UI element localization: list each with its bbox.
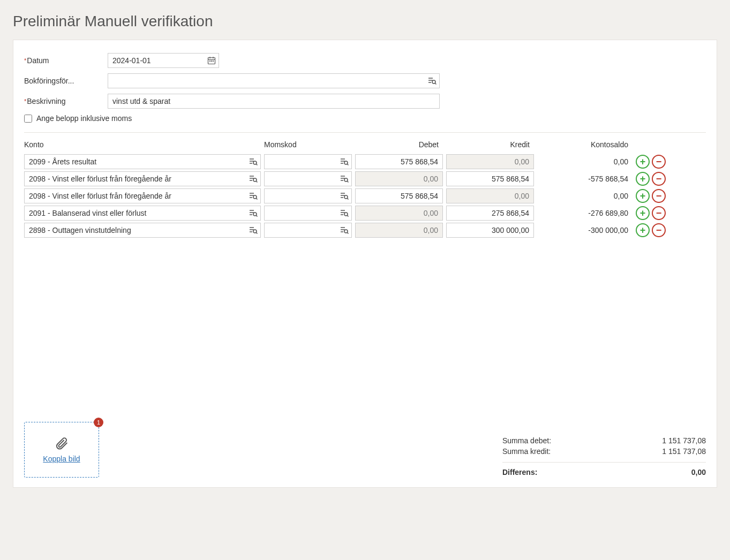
svg-point-50 <box>344 213 348 216</box>
include-vat-label: Ange belopp inklusive moms <box>36 114 132 123</box>
search-list-icon[interactable] <box>249 209 258 217</box>
svg-point-60 <box>344 230 348 233</box>
verification-card: Datum Bokföringsför... Beskrivning Ange … <box>13 40 717 488</box>
add-row-button[interactable]: + <box>636 155 650 169</box>
kontosaldo-value: 0,00 <box>537 157 630 166</box>
kontosaldo-value: 0,00 <box>537 192 630 200</box>
sum-kredit-value: 1 151 737,08 <box>662 447 706 456</box>
svg-line-46 <box>256 215 257 216</box>
search-list-icon[interactable] <box>340 192 349 200</box>
kredit-input[interactable] <box>446 171 534 186</box>
svg-point-35 <box>253 195 257 199</box>
konto-input[interactable] <box>24 206 261 221</box>
debet-input[interactable] <box>355 154 443 169</box>
svg-line-31 <box>347 181 348 182</box>
search-list-icon[interactable] <box>340 158 349 165</box>
include-vat-checkbox[interactable] <box>24 115 32 123</box>
svg-point-15 <box>253 161 257 164</box>
remove-row-button[interactable]: − <box>652 223 666 237</box>
svg-point-40 <box>344 195 348 199</box>
kontosaldo-value: -276 689,80 <box>537 209 630 217</box>
grid-header: Konto Momskod Debet Kredit Kontosaldo <box>24 140 706 154</box>
svg-point-10 <box>432 80 435 84</box>
description-input[interactable] <box>108 94 440 109</box>
description-label: Beskrivning <box>24 97 108 105</box>
date-input[interactable] <box>108 53 219 68</box>
add-row-button[interactable]: + <box>636 223 650 237</box>
remove-row-button[interactable]: − <box>652 155 666 169</box>
remove-row-button[interactable]: − <box>652 172 666 186</box>
th-kredit: Kredit <box>446 140 534 149</box>
search-list-icon[interactable] <box>249 158 258 165</box>
konto-input[interactable] <box>24 188 261 203</box>
search-list-icon[interactable] <box>249 226 258 234</box>
svg-rect-6 <box>213 60 214 62</box>
konto-input[interactable] <box>24 223 261 238</box>
svg-line-16 <box>256 164 257 165</box>
svg-line-26 <box>256 181 257 182</box>
grid-body: 0,00+−-575 868,54+−0,00+−-276 689,80+−-3… <box>24 154 706 238</box>
search-list-icon[interactable] <box>249 175 258 183</box>
diff-label: Differens: <box>502 468 537 476</box>
momskod-input[interactable] <box>264 188 352 203</box>
debet-input[interactable] <box>355 223 443 238</box>
kredit-input[interactable] <box>446 188 534 203</box>
kredit-input[interactable] <box>446 206 534 221</box>
add-row-button[interactable]: + <box>636 172 650 186</box>
debet-input[interactable] <box>355 171 443 186</box>
th-momskod: Momskod <box>264 140 352 149</box>
date-label: Datum <box>24 56 108 65</box>
add-row-button[interactable]: + <box>636 206 650 220</box>
debet-input[interactable] <box>355 188 443 203</box>
search-list-icon[interactable] <box>249 192 258 200</box>
search-list-icon[interactable] <box>340 209 349 217</box>
momskod-input[interactable] <box>264 206 352 221</box>
svg-point-20 <box>344 161 348 164</box>
momskod-input[interactable] <box>264 223 352 238</box>
calendar-icon[interactable] <box>207 56 216 65</box>
svg-line-11 <box>435 83 436 84</box>
svg-line-21 <box>347 164 348 165</box>
bookkeeping-order-label: Bokföringsför... <box>24 77 108 85</box>
remove-row-button[interactable]: − <box>652 189 666 203</box>
svg-point-45 <box>253 213 257 216</box>
paperclip-icon <box>55 436 69 450</box>
kontosaldo-value: -300 000,00 <box>537 226 630 234</box>
svg-point-55 <box>253 230 257 233</box>
svg-point-25 <box>253 178 257 181</box>
momskod-input[interactable] <box>264 171 352 186</box>
divider <box>24 132 706 133</box>
table-row: -575 868,54+− <box>24 171 706 186</box>
kontosaldo-value: -575 868,54 <box>537 175 630 183</box>
svg-rect-4 <box>209 60 210 62</box>
kredit-input[interactable] <box>446 154 534 169</box>
kredit-input[interactable] <box>446 223 534 238</box>
table-row: -276 689,80+− <box>24 206 706 221</box>
svg-point-30 <box>344 178 348 181</box>
page-title: Preliminär Manuell verifikation <box>0 0 730 40</box>
totals: Summa debet: 1 151 737,08 Summa kredit: … <box>502 435 706 478</box>
search-list-icon[interactable] <box>428 77 437 85</box>
sum-debet-value: 1 151 737,08 <box>662 436 706 445</box>
bookkeeping-order-input[interactable] <box>108 73 440 88</box>
attach-link[interactable]: Koppla bild <box>43 455 80 463</box>
debet-input[interactable] <box>355 206 443 221</box>
sum-debet-label: Summa debet: <box>502 436 551 445</box>
svg-line-41 <box>347 198 348 199</box>
konto-input[interactable] <box>24 154 261 169</box>
th-kontosaldo: Kontosaldo <box>537 140 630 149</box>
svg-line-56 <box>256 232 257 233</box>
table-row: 0,00+− <box>24 188 706 203</box>
remove-row-button[interactable]: − <box>652 206 666 220</box>
table-row: -300 000,00+− <box>24 223 706 238</box>
th-debet: Debet <box>355 140 443 149</box>
momskod-input[interactable] <box>264 154 352 169</box>
table-row: 0,00+− <box>24 154 706 169</box>
konto-input[interactable] <box>24 171 261 186</box>
search-list-icon[interactable] <box>340 226 349 234</box>
attach-image-box[interactable]: 1 Koppla bild <box>24 422 99 478</box>
svg-line-61 <box>347 232 348 233</box>
diff-value: 0,00 <box>691 468 706 476</box>
search-list-icon[interactable] <box>340 175 349 183</box>
add-row-button[interactable]: + <box>636 189 650 203</box>
